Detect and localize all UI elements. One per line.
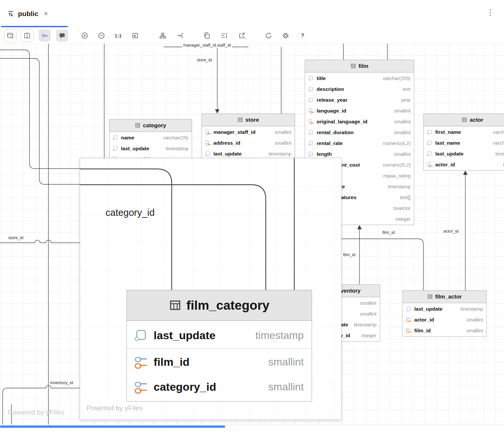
- copy-diagram-button[interactable]: [201, 30, 213, 42]
- comments-toggle-button[interactable]: [56, 30, 68, 42]
- edge-label: actor_id: [442, 229, 459, 234]
- column-icon: [308, 140, 314, 146]
- column-name: original_language_id: [317, 119, 367, 125]
- table-title: film: [359, 63, 368, 70]
- actual-size-label: 1:1: [115, 33, 122, 38]
- export-button[interactable]: [236, 30, 248, 42]
- table-header[interactable]: actor: [424, 114, 504, 126]
- column-icon: [113, 146, 118, 151]
- column-icon: [205, 151, 210, 156]
- table-row[interactable]: titlevarchar(255): [305, 73, 414, 84]
- table-row[interactable]: descriptiontext: [305, 84, 414, 94]
- copy-icon: [203, 32, 211, 39]
- scrollbar-thumb[interactable]: [0, 425, 225, 428]
- column-type: smallint: [394, 108, 411, 113]
- column-with-key-icon: [205, 129, 210, 134]
- zoom-in-button[interactable]: [79, 30, 91, 42]
- close-icon[interactable]: ×: [44, 10, 48, 17]
- double-key-icon: [135, 381, 147, 393]
- zoom-out-icon: [98, 32, 105, 39]
- column-type: year: [401, 97, 411, 103]
- columns-visibility-toggle-button[interactable]: [21, 29, 33, 42]
- key-columns-filter-toggle-button[interactable]: [39, 30, 51, 42]
- column-type: smallint: [466, 317, 483, 322]
- table-header[interactable]: category: [109, 119, 192, 132]
- help-button[interactable]: ?: [297, 30, 309, 42]
- table-row[interactable]: last_updatetimestamp: [403, 303, 486, 314]
- kebab-menu-icon[interactable]: ⋮: [486, 9, 494, 16]
- table-row[interactable]: first_namevarchar(45): [424, 127, 504, 137]
- table-store[interactable]: store manager_staff_idsmallint address_i…: [202, 113, 295, 160]
- refresh-button[interactable]: [262, 30, 275, 42]
- database-diagram-window: public × ⋮: [0, 0, 504, 433]
- tab-title: public: [18, 10, 38, 18]
- columns-icon: [23, 32, 31, 39]
- table-film-category[interactable]: film_category last_updatetimestamp film_…: [126, 290, 312, 402]
- column-type: text: [403, 86, 411, 92]
- tab-bar: public × ⋮: [0, 0, 504, 28]
- table-actor[interactable]: actor first_namevarchar(45) last_namevar…: [423, 113, 504, 171]
- column-type: timestamp: [354, 322, 377, 327]
- magnifier-overlay[interactable]: category_id film_category last_updatetim…: [80, 158, 341, 420]
- tab-public[interactable]: public ×: [7, 7, 48, 20]
- table-icon: [351, 63, 356, 69]
- table-row[interactable]: last_updatetimestamp: [109, 143, 192, 154]
- table-row[interactable]: actor_idsmallint: [403, 314, 486, 325]
- table-row[interactable]: original_language_idsmallint: [305, 116, 414, 127]
- horizontal-scrollbar[interactable]: [0, 424, 504, 433]
- actual-size-button[interactable]: 1:1: [112, 30, 124, 42]
- table-row[interactable]: film_idsmallint: [127, 349, 312, 374]
- table-row[interactable]: last_namevarchar(45): [424, 137, 504, 148]
- yfiles-watermark: Powered by yFiles: [87, 404, 143, 412]
- table-row[interactable]: manager_staff_idsmallint: [202, 127, 295, 137]
- table-row[interactable]: film_idsmallint: [403, 325, 486, 336]
- zoom-in-icon: [81, 32, 88, 39]
- column-type: smallint: [394, 130, 411, 135]
- keys-visibility-toggle-button[interactable]: [4, 29, 17, 42]
- table-row[interactable]: address_idsmallint: [202, 137, 295, 148]
- column-icon: [427, 151, 432, 156]
- table-icon: [135, 123, 140, 128]
- column-name: category_id: [154, 381, 216, 393]
- table-row[interactable]: last_updatetimestamp: [424, 148, 504, 159]
- table-row[interactable]: actor_idinteger: [424, 159, 504, 170]
- table-header[interactable]: film: [305, 60, 414, 72]
- edge-label: film_id: [381, 230, 396, 235]
- table-title: film_actor: [435, 294, 462, 300]
- table-row[interactable]: rental_ratenumeric(4,2): [305, 138, 414, 149]
- diagram-canvas[interactable]: manager_staff_id.staff_id store_id store…: [0, 44, 504, 424]
- column-type: smallint: [360, 300, 377, 306]
- table-header[interactable]: store: [202, 114, 295, 126]
- table-row[interactable]: language_idsmallint: [305, 105, 414, 116]
- zoom-out-button[interactable]: [95, 30, 107, 42]
- settings-button[interactable]: [280, 30, 292, 42]
- show-details-button[interactable]: [218, 30, 230, 42]
- table-row[interactable]: last_updatetimestamp: [127, 323, 312, 348]
- column-icon: [135, 329, 147, 341]
- table-icon: [238, 117, 243, 122]
- lines-cursor-icon: [221, 32, 228, 39]
- table-film-actor[interactable]: film_actor last_updatetimestamp actor_id…: [402, 290, 487, 337]
- column-name: length: [317, 151, 332, 157]
- table-icon: [169, 299, 181, 311]
- column-name: last_update: [121, 146, 149, 152]
- gear-icon: [282, 32, 289, 39]
- edge-label: manager_staff_id.staff_id: [182, 44, 232, 48]
- double-key-icon: [135, 356, 147, 368]
- table-header[interactable]: film_category: [127, 290, 312, 321]
- column-name: actor_id: [414, 317, 434, 323]
- table-row[interactable]: release_yearyear: [305, 94, 414, 105]
- table-row[interactable]: category_idsmallint: [127, 374, 312, 399]
- auto-layout-button[interactable]: [157, 30, 169, 42]
- table-header[interactable]: film_actor: [403, 291, 486, 303]
- column-with-key-icon: [427, 162, 432, 167]
- column-type: timestamp: [255, 329, 304, 341]
- column-icon: [308, 86, 314, 92]
- table-row[interactable]: namevarchar(25): [109, 132, 192, 143]
- jump-to-source-button[interactable]: [174, 30, 186, 42]
- table-row[interactable]: rental_durationsmallint: [305, 127, 414, 138]
- fit-zoom-button[interactable]: [129, 30, 141, 42]
- column-type: timestamp: [166, 146, 188, 151]
- hierarchy-icon: [159, 32, 166, 39]
- column-type: smallint: [394, 151, 411, 157]
